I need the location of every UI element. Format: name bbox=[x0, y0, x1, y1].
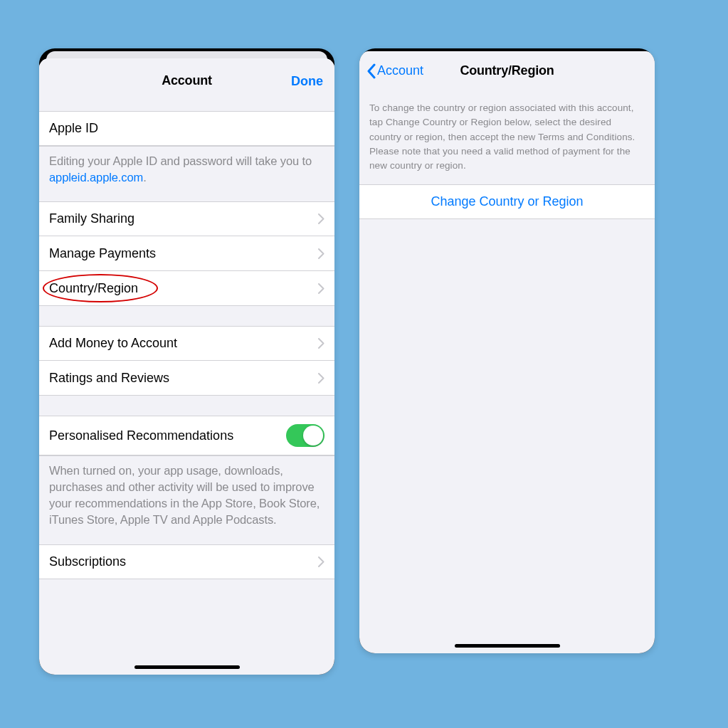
row-label: Subscriptions bbox=[49, 554, 318, 569]
row-label: Country/Region bbox=[49, 281, 318, 296]
home-indicator bbox=[455, 644, 560, 648]
chevron-right-icon bbox=[318, 373, 325, 384]
sheet-header: Account Done bbox=[39, 58, 334, 104]
row-label: Ratings and Reviews bbox=[49, 371, 318, 386]
recommendations-toggle[interactable] bbox=[286, 424, 325, 447]
group-settings-2: Add Money to Account Ratings and Reviews bbox=[39, 326, 334, 396]
row-label: Personalised Recommendations bbox=[49, 428, 286, 443]
page-title: Account bbox=[162, 73, 212, 88]
apple-id-footer: Editing your Apple ID and password will … bbox=[39, 146, 334, 194]
group-change-country: Change Country or Region bbox=[359, 184, 655, 219]
row-family-sharing[interactable]: Family Sharing bbox=[39, 201, 334, 236]
chevron-right-icon bbox=[318, 248, 325, 259]
phone-left: Account Done Apple ID Editing your Apple… bbox=[39, 48, 334, 675]
chevron-left-icon bbox=[366, 63, 376, 79]
done-button[interactable]: Done bbox=[291, 73, 323, 88]
group-settings-1: Family Sharing Manage Payments Country/R… bbox=[39, 201, 334, 306]
row-manage-payments[interactable]: Manage Payments bbox=[39, 236, 334, 271]
apple-id-link[interactable]: appleid.apple.com bbox=[49, 171, 143, 184]
home-indicator bbox=[134, 665, 240, 669]
row-country-region[interactable]: Country/Region bbox=[39, 271, 334, 306]
group-apple-id: Apple ID Editing your Apple ID and passw… bbox=[39, 111, 334, 194]
change-country-label: Change Country or Region bbox=[369, 194, 645, 209]
chevron-right-icon bbox=[318, 213, 325, 224]
chevron-right-icon bbox=[318, 556, 325, 567]
group-recommendations: Personalised Recommendations When turned… bbox=[39, 416, 334, 537]
country-region-info: To change the country or region associat… bbox=[359, 91, 655, 184]
row-label: Family Sharing bbox=[49, 211, 318, 226]
row-add-money[interactable]: Add Money to Account bbox=[39, 326, 334, 361]
group-subscriptions: Subscriptions bbox=[39, 544, 334, 579]
toggle-knob bbox=[303, 426, 323, 445]
text: . bbox=[143, 171, 146, 184]
chevron-right-icon bbox=[318, 283, 325, 294]
row-change-country[interactable]: Change Country or Region bbox=[359, 184, 655, 219]
phone-right: Account Country/Region To change the cou… bbox=[359, 48, 655, 653]
country-region-sheet: Account Country/Region To change the cou… bbox=[359, 51, 655, 653]
chevron-right-icon bbox=[318, 338, 325, 349]
row-subscriptions[interactable]: Subscriptions bbox=[39, 544, 334, 579]
back-label: Account bbox=[377, 63, 423, 78]
text: Editing your Apple ID and password will … bbox=[49, 154, 312, 167]
row-recommendations: Personalised Recommendations bbox=[39, 416, 334, 455]
account-sheet: Account Done Apple ID Editing your Apple… bbox=[39, 58, 334, 675]
recommendations-footer: When turned on, your app usage, download… bbox=[39, 455, 334, 537]
row-label: Add Money to Account bbox=[49, 336, 318, 351]
page-title: Country/Region bbox=[460, 63, 554, 78]
row-apple-id[interactable]: Apple ID bbox=[39, 111, 334, 146]
sheet-header: Account Country/Region bbox=[359, 51, 655, 91]
row-ratings-reviews[interactable]: Ratings and Reviews bbox=[39, 361, 334, 396]
row-label: Apple ID bbox=[49, 121, 325, 136]
back-button[interactable]: Account bbox=[366, 63, 423, 79]
row-label: Manage Payments bbox=[49, 246, 318, 261]
